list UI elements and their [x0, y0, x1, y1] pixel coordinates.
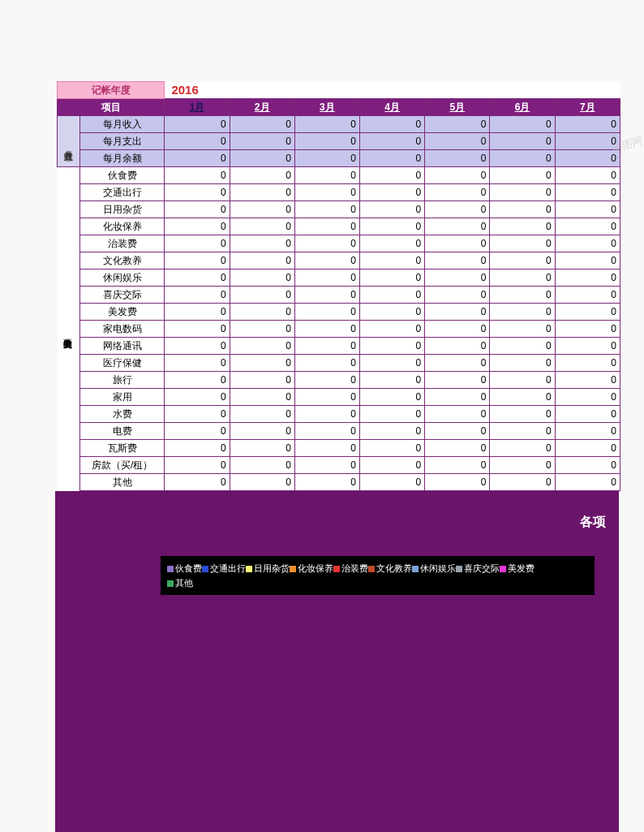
- cell[interactable]: 0: [425, 440, 490, 457]
- cell[interactable]: 0: [490, 389, 555, 406]
- cell[interactable]: 0: [555, 201, 620, 218]
- cell[interactable]: 0: [490, 372, 555, 389]
- month-header[interactable]: 6月: [490, 99, 555, 116]
- month-header[interactable]: 2月: [230, 99, 294, 116]
- cell[interactable]: 0: [490, 474, 555, 491]
- cell[interactable]: 0: [165, 457, 230, 474]
- cell[interactable]: 0: [555, 116, 620, 133]
- cell[interactable]: 0: [555, 474, 620, 491]
- cell[interactable]: 0: [294, 133, 359, 150]
- month-header[interactable]: 7月: [555, 99, 620, 116]
- cell[interactable]: 0: [490, 133, 555, 150]
- cell[interactable]: 0: [425, 355, 490, 372]
- cell[interactable]: 0: [360, 440, 425, 457]
- cell[interactable]: 0: [490, 321, 555, 338]
- cell[interactable]: 0: [230, 116, 294, 133]
- cell[interactable]: 0: [294, 389, 359, 406]
- cell[interactable]: 0: [165, 474, 230, 491]
- cell[interactable]: 0: [360, 389, 425, 406]
- cell[interactable]: 0: [165, 355, 230, 372]
- cell[interactable]: 0: [230, 201, 294, 218]
- cell[interactable]: 0: [230, 423, 294, 440]
- cell[interactable]: 0: [360, 269, 425, 287]
- cell[interactable]: 0: [425, 287, 490, 304]
- cell[interactable]: 0: [425, 235, 490, 252]
- cell[interactable]: 0: [425, 423, 490, 440]
- cell[interactable]: 0: [490, 457, 555, 474]
- cell[interactable]: 0: [490, 338, 555, 355]
- cell[interactable]: 0: [490, 304, 555, 321]
- cell[interactable]: 0: [230, 474, 294, 491]
- cell[interactable]: 0: [165, 269, 230, 287]
- cell[interactable]: 0: [490, 201, 555, 218]
- cell[interactable]: 0: [555, 440, 620, 457]
- cell[interactable]: 0: [360, 133, 425, 150]
- cell[interactable]: 0: [425, 457, 490, 474]
- cell[interactable]: 0: [230, 389, 294, 406]
- cell[interactable]: 0: [230, 184, 294, 201]
- cell[interactable]: 0: [490, 167, 555, 184]
- cell[interactable]: 0: [425, 184, 490, 201]
- cell[interactable]: 0: [230, 406, 294, 423]
- cell[interactable]: 0: [425, 269, 490, 287]
- cell[interactable]: 0: [555, 218, 620, 235]
- cell[interactable]: 0: [425, 474, 490, 491]
- cell[interactable]: 0: [165, 372, 230, 389]
- cell[interactable]: 0: [230, 321, 294, 338]
- cell[interactable]: 0: [425, 218, 490, 235]
- cell[interactable]: 0: [230, 355, 294, 372]
- cell[interactable]: 0: [294, 372, 359, 389]
- cell[interactable]: 0: [425, 133, 490, 150]
- cell[interactable]: 0: [165, 218, 230, 235]
- cell[interactable]: 0: [165, 116, 230, 133]
- cell[interactable]: 0: [360, 116, 425, 133]
- cell[interactable]: 0: [165, 304, 230, 321]
- cell[interactable]: 0: [294, 269, 359, 287]
- cell[interactable]: 0: [360, 457, 425, 474]
- cell[interactable]: 0: [294, 235, 359, 252]
- cell[interactable]: 0: [425, 252, 490, 269]
- cell[interactable]: 0: [555, 389, 620, 406]
- cell[interactable]: 0: [294, 355, 359, 372]
- cell[interactable]: 0: [490, 423, 555, 440]
- cell[interactable]: 0: [230, 218, 294, 235]
- cell[interactable]: 0: [165, 133, 230, 150]
- cell[interactable]: 0: [294, 457, 359, 474]
- cell[interactable]: 0: [490, 150, 555, 167]
- cell[interactable]: 0: [294, 167, 359, 184]
- cell[interactable]: 0: [165, 389, 230, 406]
- cell[interactable]: 0: [490, 287, 555, 304]
- cell[interactable]: 0: [165, 406, 230, 423]
- cell[interactable]: 0: [294, 440, 359, 457]
- cell[interactable]: 0: [294, 116, 359, 133]
- cell[interactable]: 0: [360, 372, 425, 389]
- cell[interactable]: 0: [294, 304, 359, 321]
- cell[interactable]: 0: [360, 184, 425, 201]
- cell[interactable]: 0: [425, 406, 490, 423]
- cell[interactable]: 0: [555, 355, 620, 372]
- cell[interactable]: 0: [490, 440, 555, 457]
- cell[interactable]: 0: [360, 201, 425, 218]
- cell[interactable]: 0: [555, 150, 620, 167]
- cell[interactable]: 0: [230, 167, 294, 184]
- cell[interactable]: 0: [165, 184, 230, 201]
- month-header[interactable]: 1月: [165, 99, 230, 116]
- cell[interactable]: 0: [555, 287, 620, 304]
- cell[interactable]: 0: [360, 355, 425, 372]
- cell[interactable]: 0: [490, 116, 555, 133]
- cell[interactable]: 0: [230, 252, 294, 269]
- cell[interactable]: 0: [490, 235, 555, 252]
- cell[interactable]: 0: [490, 269, 555, 287]
- cell[interactable]: 0: [425, 321, 490, 338]
- cell[interactable]: 0: [425, 389, 490, 406]
- month-header[interactable]: 4月: [360, 99, 425, 116]
- cell[interactable]: 0: [555, 304, 620, 321]
- cell[interactable]: 0: [294, 287, 359, 304]
- cell[interactable]: 0: [294, 252, 359, 269]
- cell[interactable]: 0: [425, 201, 490, 218]
- cell[interactable]: 0: [230, 338, 294, 355]
- cell[interactable]: 0: [360, 252, 425, 269]
- cell[interactable]: 0: [294, 406, 359, 423]
- cell[interactable]: 0: [230, 304, 294, 321]
- cell[interactable]: 0: [360, 150, 425, 167]
